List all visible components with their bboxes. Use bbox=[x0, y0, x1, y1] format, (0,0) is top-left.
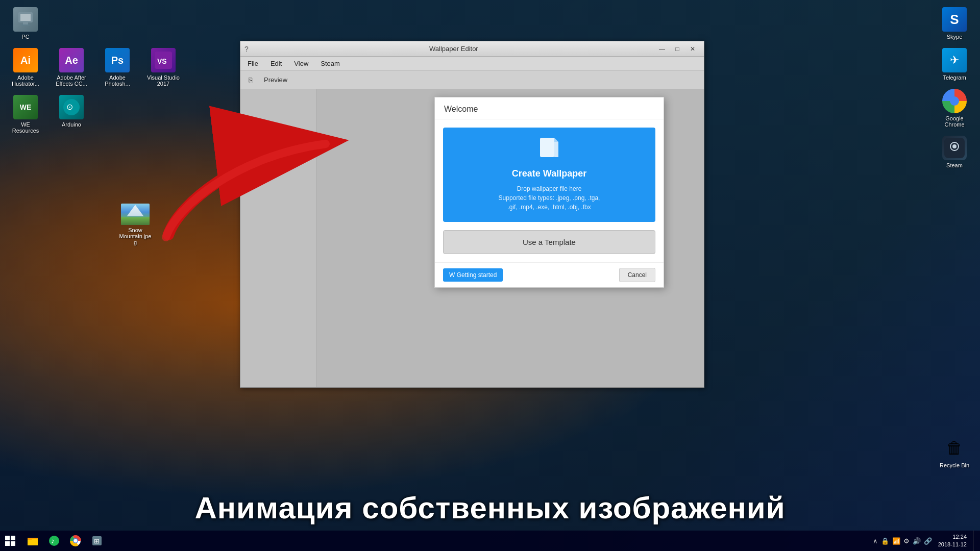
close-button[interactable]: ✕ bbox=[685, 43, 700, 55]
desktop-icon-we-label: WE Resources bbox=[7, 121, 44, 134]
taskbar-file-explorer[interactable] bbox=[22, 531, 43, 551]
svg-rect-1 bbox=[20, 14, 31, 21]
svg-rect-20 bbox=[28, 539, 38, 545]
svg-point-10 bbox=[952, 144, 957, 148]
desktop-icon-telegram-label: Telegram bbox=[936, 74, 973, 81]
start-button[interactable] bbox=[0, 531, 20, 551]
snow-mountain-label: Snow Mountain.jpe g bbox=[117, 227, 154, 245]
snow-mountain-thumbnail bbox=[121, 204, 150, 225]
taskbar: ♪ ⊞ ∧ 🔒 📶 ⚙ 🔊 🔗 12:24 2018-11-12 bbox=[0, 531, 980, 551]
desktop-icons-right: S Skype ✈ Telegram Google Chrome Steam 🗑… bbox=[934, 5, 975, 470]
window-menubar: File Edit View Steam bbox=[240, 57, 704, 71]
desktop-icon-ps[interactable]: Ps Adobe Photosh... bbox=[97, 46, 138, 89]
svg-rect-21 bbox=[28, 538, 32, 540]
system-tray-icons: ∧ 🔒 📶 ⚙ 🔊 🔗 bbox=[873, 537, 932, 545]
wallpaper-editor-window: ? Wallpaper Editor — □ ✕ File Edit View … bbox=[240, 41, 704, 388]
dialog-footer: W Getting started Cancel bbox=[435, 262, 664, 287]
help-icon[interactable]: ? bbox=[244, 45, 249, 53]
desktop-icon-chrome[interactable]: Google Chrome bbox=[934, 87, 975, 130]
desktop-icon-skype-label: Skype bbox=[936, 34, 973, 40]
toolbar-copy-icon[interactable]: ⎘ bbox=[243, 73, 258, 87]
desktop-icon-pc-label: PC bbox=[7, 34, 44, 40]
svg-rect-18 bbox=[11, 541, 15, 546]
tray-settings-icon[interactable]: ⚙ bbox=[903, 537, 910, 545]
menu-edit[interactable]: Edit bbox=[265, 59, 287, 68]
taskbar-clock[interactable]: 12:24 2018-11-12 bbox=[934, 533, 971, 549]
desktop-icon-steam[interactable]: Steam bbox=[934, 134, 975, 170]
tray-network-icon[interactable]: 🔒 bbox=[881, 537, 889, 545]
taskbar-chrome-pinned[interactable] bbox=[65, 531, 86, 551]
svg-text:⊞: ⊞ bbox=[94, 537, 100, 545]
create-wallpaper-title: Create Wallpaper bbox=[451, 168, 647, 179]
svg-rect-13 bbox=[554, 142, 558, 157]
tray-arrow-icon[interactable]: ∧ bbox=[873, 537, 878, 545]
desktop-icon-chrome-label: Google Chrome bbox=[936, 115, 973, 128]
show-desktop-button[interactable] bbox=[973, 531, 976, 551]
desktop-icon-ae[interactable]: Ae Adobe After Effects CC... bbox=[51, 46, 92, 89]
desktop-icon-recycle-bin[interactable]: 🗑 Recycle Bin bbox=[934, 434, 975, 470]
taskbar-right: ∧ 🔒 📶 ⚙ 🔊 🔗 12:24 2018-11-12 bbox=[873, 531, 980, 551]
desktop-icon-ps-label: Adobe Photosh... bbox=[99, 74, 136, 87]
use-template-button[interactable]: Use a Template bbox=[443, 230, 655, 254]
desktop-icon-recycle-bin-label: Recycle Bin bbox=[936, 462, 973, 468]
menu-steam[interactable]: Steam bbox=[315, 59, 345, 68]
window-content: Welcome Create Wallpaper Drop wallpaper … bbox=[240, 89, 704, 387]
desktop-icon-steam-label: Steam bbox=[936, 162, 973, 168]
russian-text-overlay: Анимация собственных изображений bbox=[0, 490, 980, 525]
svg-text:VS: VS bbox=[157, 57, 167, 65]
svg-rect-16 bbox=[11, 536, 15, 540]
svg-marker-12 bbox=[554, 138, 558, 142]
desktop-icons-left: PC Ai Adobe Illustrator... Ae Adobe Afte… bbox=[5, 5, 184, 136]
desktop-icon-vs[interactable]: VS Visual Studio 2017 bbox=[143, 46, 184, 89]
maximize-button[interactable]: □ bbox=[670, 43, 684, 55]
tray-wifi-icon[interactable]: 📶 bbox=[892, 537, 900, 545]
desktop-icon-we[interactable]: WE WE Resources bbox=[5, 93, 46, 136]
desktop-icon-telegram[interactable]: ✈ Telegram bbox=[934, 46, 975, 83]
cancel-button[interactable]: Cancel bbox=[619, 268, 655, 282]
svg-rect-2 bbox=[23, 22, 28, 24]
svg-text:⊙: ⊙ bbox=[66, 103, 73, 111]
file-icon bbox=[451, 138, 647, 164]
toolbar-preview-label: Preview bbox=[264, 76, 287, 84]
minimize-button[interactable]: — bbox=[655, 43, 669, 55]
menu-file[interactable]: File bbox=[242, 59, 263, 68]
taskbar-pinned-items: ♪ ⊞ bbox=[22, 531, 107, 551]
desktop-icon-arduino[interactable]: ⊙ Arduino bbox=[51, 93, 92, 136]
svg-point-26 bbox=[74, 539, 78, 543]
window-title: Wallpaper Editor bbox=[253, 45, 655, 53]
svg-text:♪: ♪ bbox=[51, 537, 55, 545]
desktop-icon-ai-label: Adobe Illustrator... bbox=[7, 74, 44, 87]
desktop-file-snow-mountain[interactable]: Snow Mountain.jpe g bbox=[115, 202, 156, 247]
taskbar-spotify[interactable]: ♪ bbox=[44, 531, 64, 551]
welcome-dialog: Welcome Create Wallpaper Drop wallpaper … bbox=[434, 97, 664, 288]
window-controls: — □ ✕ bbox=[655, 43, 700, 55]
dialog-title: Welcome bbox=[435, 97, 664, 119]
desktop-icon-ae-label: Adobe After Effects CC... bbox=[53, 74, 90, 87]
svg-rect-17 bbox=[5, 541, 10, 546]
create-wallpaper-button[interactable]: Create Wallpaper Drop wallpaper file her… bbox=[443, 128, 655, 222]
tray-volume-icon[interactable]: 🔊 bbox=[913, 537, 921, 545]
window-sidebar bbox=[240, 89, 317, 387]
desktop-icon-arduino-label: Arduino bbox=[53, 121, 90, 128]
clock-time: 12:24 bbox=[938, 533, 967, 541]
window-main: Welcome Create Wallpaper Drop wallpaper … bbox=[317, 89, 704, 387]
clock-date: 2018-11-12 bbox=[938, 541, 967, 548]
create-wallpaper-desc: Drop wallpaper file here Supported file … bbox=[451, 184, 647, 212]
svg-rect-3 bbox=[21, 24, 30, 26]
tray-connect-icon[interactable]: 🔗 bbox=[924, 537, 932, 545]
desktop-icon-vs-label: Visual Studio 2017 bbox=[145, 74, 182, 87]
taskbar-settings[interactable]: ⊞ bbox=[87, 531, 107, 551]
desktop-icon-pc[interactable]: PC bbox=[5, 5, 46, 42]
window-titlebar: ? Wallpaper Editor — □ ✕ bbox=[240, 41, 704, 57]
svg-rect-11 bbox=[540, 138, 554, 157]
getting-started-button[interactable]: W Getting started bbox=[443, 268, 503, 282]
svg-rect-15 bbox=[5, 536, 10, 540]
window-toolbar: ⎘ Preview bbox=[240, 71, 704, 89]
menu-view[interactable]: View bbox=[289, 59, 313, 68]
desktop-icon-skype[interactable]: S Skype bbox=[934, 5, 975, 42]
desktop-icon-ai[interactable]: Ai Adobe Illustrator... bbox=[5, 46, 46, 89]
